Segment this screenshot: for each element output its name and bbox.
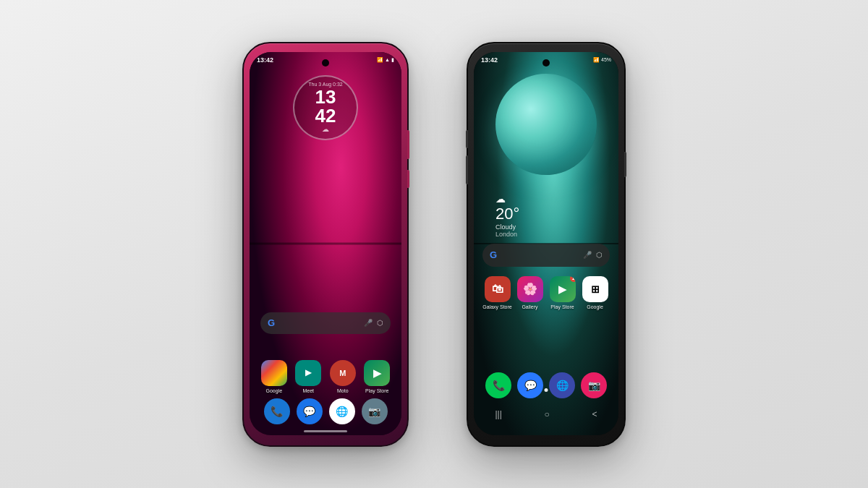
moto-moto-label: Moto <box>337 388 349 393</box>
samsung-temperature: 20° <box>495 205 519 223</box>
moto-app-playstore[interactable]: ▶ Play Store <box>361 360 393 393</box>
samsung-sphere-widget <box>495 74 597 175</box>
moto-dock-chrome[interactable]: 🌐 <box>329 398 355 424</box>
moto-status-icons: 📶 ▲ ▮ <box>377 57 394 63</box>
moto-dock-messages[interactable]: 💬 <box>297 398 323 424</box>
samsung-app-galaxy-store[interactable]: 🛍 Galaxy Store <box>482 276 514 309</box>
samsung-dock-camera[interactable]: 📷 <box>581 372 607 398</box>
moto-app-meet[interactable]: ▶ Meet <box>292 360 324 393</box>
moto-weather-icon: ☁ <box>322 125 329 133</box>
moto-search-bar[interactable]: G 🎤 ⬡ <box>260 312 391 334</box>
samsung-status-icons: 📶 45% <box>593 57 611 63</box>
samsung-dock: 📞 💬 🌐 📷 <box>482 370 610 401</box>
moto-camera-hole <box>322 59 329 67</box>
samsung-screen: 13:42 📶 45% ☁ 20° Cloudy London G 🎤 ⬡ <box>474 52 618 435</box>
samsung-lens-icon: ⬡ <box>596 251 603 259</box>
samsung-navbar: ||| ○ < <box>474 403 618 425</box>
samsung-nav-recent[interactable]: ||| <box>495 409 501 419</box>
samsung-mic-icon: 🎤 <box>583 251 592 259</box>
moto-meet-icon: ▶ <box>295 360 321 386</box>
samsung-volume-down <box>466 155 468 184</box>
moto-fold-line <box>250 242 401 244</box>
samsung-app-google[interactable]: ⊞ Google <box>579 276 611 309</box>
moto-time: 13:42 <box>257 56 273 64</box>
samsung-camera-hole <box>542 59 550 67</box>
samsung-weather-symbol: ☁ <box>495 193 519 205</box>
moto-dock: 📞 💬 🌐 📷 <box>260 396 391 427</box>
samsung-location: London <box>495 231 519 238</box>
moto-wifi-icon: ▲ <box>385 57 390 62</box>
motorola-phone: 13:42 📶 ▲ ▮ Thu 3 Aug 0:32 13 42 ☁ <box>242 42 409 447</box>
samsung-playstore-icon: ▶ 1 <box>550 276 576 302</box>
samsung-google-icon: ⊞ <box>582 276 608 302</box>
samsung-gallery-label: Gallery <box>522 304 537 309</box>
samsung-time: 13:42 <box>481 56 498 64</box>
moto-app-moto[interactable]: M Moto <box>327 360 359 393</box>
samsung-weather-widget: ☁ 20° Cloudy London <box>495 193 519 238</box>
moto-power-button <box>407 130 409 159</box>
moto-volume-button <box>407 170 409 188</box>
moto-minutes: 42 <box>315 105 336 127</box>
samsung-dock-phone[interactable]: 📞 <box>485 372 511 398</box>
samsung-playstore-label: Play Store <box>550 304 574 309</box>
samsung-dock-internet[interactable]: 🌐 <box>549 372 575 398</box>
samsung-nav-back[interactable]: < <box>592 409 597 419</box>
moto-signal-icon: 📶 <box>377 57 383 63</box>
samsung-app-gallery[interactable]: 🌸 Gallery <box>514 276 546 309</box>
moto-dock-phone[interactable]: 📞 <box>264 398 290 424</box>
moto-playstore-icon: ▶ <box>364 360 390 386</box>
samsung-battery-percent: 45% <box>601 57 611 62</box>
samsung-app-grid: 🛍 Galaxy Store 🌸 Gallery ▶ 1 Play Store <box>481 276 611 315</box>
moto-app-row-1: Google ▶ Meet M Moto ▶ Play Store <box>257 360 394 393</box>
moto-moto-icon: M <box>330 360 356 386</box>
moto-google-icon <box>261 360 287 386</box>
moto-google-label: Google <box>265 388 282 393</box>
samsung-galaxy-store-label: Galaxy Store <box>482 304 511 309</box>
moto-lens-icon: ⬡ <box>377 319 383 327</box>
moto-screen: 13:42 📶 ▲ ▮ Thu 3 Aug 0:32 13 42 ☁ <box>250 52 401 435</box>
samsung-app-playstore[interactable]: ▶ 1 Play Store <box>547 276 579 309</box>
moto-app-google[interactable]: Google <box>258 360 290 393</box>
moto-clock-widget: Thu 3 Aug 0:32 13 42 ☁ <box>293 75 358 140</box>
samsung-search-bar[interactable]: G 🎤 ⬡ <box>482 244 610 267</box>
moto-battery-icon: ▮ <box>391 57 394 63</box>
moto-meet-label: Meet <box>302 388 314 393</box>
samsung-galaxy-store-icon: 🛍 <box>485 276 511 302</box>
moto-dock-camera[interactable]: 📷 <box>362 398 388 424</box>
samsung-phone: 13:42 📶 45% ☁ 20° Cloudy London G 🎤 ⬡ <box>467 42 626 447</box>
samsung-google-label: Google <box>587 304 603 309</box>
moto-app-grid: Google ▶ Meet M Moto ▶ Play Store <box>257 360 394 399</box>
scene: 13:42 📶 ▲ ▮ Thu 3 Aug 0:32 13 42 ☁ <box>0 0 868 488</box>
samsung-signal-icon: 📶 <box>593 57 600 63</box>
samsung-volume-up <box>466 130 468 148</box>
moto-clock-display: 13 42 <box>315 87 336 125</box>
samsung-condition: Cloudy <box>495 223 519 231</box>
samsung-app-row-1: 🛍 Galaxy Store 🌸 Gallery ▶ 1 Play Store <box>481 276 611 309</box>
samsung-power-button <box>624 152 626 177</box>
samsung-nav-home[interactable]: ○ <box>545 409 550 419</box>
samsung-dock-messages[interactable]: 💬 <box>517 372 543 398</box>
moto-home-indicator[interactable] <box>304 430 347 432</box>
samsung-gallery-icon: 🌸 <box>517 276 543 302</box>
moto-mic-icon: 🎤 <box>364 319 373 327</box>
samsung-google-logo: G <box>490 249 497 260</box>
moto-playstore-label: Play Store <box>365 388 388 393</box>
moto-google-logo: G <box>268 317 275 328</box>
